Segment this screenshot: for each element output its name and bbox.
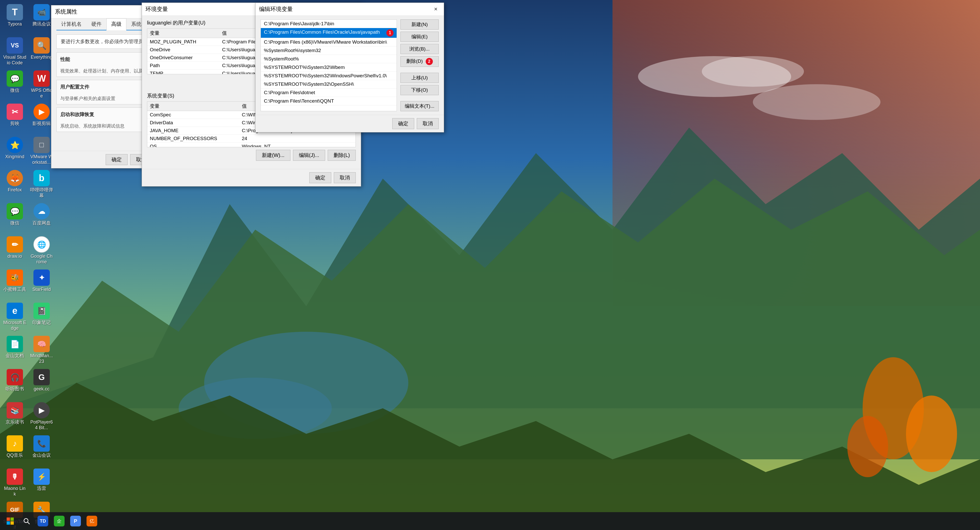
editenv-browse-button[interactable]: 浏览(B)...	[401, 44, 439, 54]
editenv-down-button[interactable]: 下移(O)	[401, 85, 439, 95]
svg-rect-17	[11, 521, 14, 525]
sys-var-row[interactable]: NUMBER_OF_PROCESSORS24	[147, 135, 355, 143]
perf-title: 性能	[60, 56, 70, 63]
svg-point-9	[847, 416, 888, 477]
desktop-icons: T Typora 📹 腾讯会议 VS Visual Studio Code 🔍 …	[0, 0, 58, 530]
envvar-title: 环境变量	[145, 5, 168, 13]
desktop-icon-tencent-meeting[interactable]: 📹 腾讯会议	[29, 2, 54, 35]
desktop-icon-listen-book[interactable]: 🎧 听听图书	[2, 367, 27, 400]
desktop-icon-weixin2[interactable]: 💬 微信	[2, 201, 27, 234]
desktop-icon-jingdong[interactable]: 📚 京乐读书	[2, 400, 27, 433]
editenv-list-item[interactable]: %SYSTEMROOT%\System32\WindowsPowerShell\…	[261, 72, 396, 80]
editenv-edit-text-button[interactable]: 编辑文本(T)...	[401, 101, 439, 111]
editenv-list-area: C:\Program Files\Java\jdk-17\binC:\Progr…	[261, 19, 439, 111]
desktop-icon-geek[interactable]: G geek.cc	[29, 367, 54, 400]
desktop-icon-bilibili[interactable]: b 哔哩哔哩弹幕	[29, 168, 54, 201]
editenv-action-buttons: 新建(N) 编辑(E) 浏览(B)... 删除(D) 2 上移(U) 下移(O)…	[401, 19, 439, 111]
desktop-icon-qq-music[interactable]: ♪ QQ音乐	[2, 433, 27, 466]
desktop-icon-mindmanager[interactable]: 🧠 MindMan...23	[29, 334, 54, 367]
startup-desc: 系统启动、系统故障和调试信息	[60, 124, 124, 129]
desktop-icon-drawio[interactable]: ✏ draw.io	[2, 234, 27, 267]
editenv-list-item[interactable]: C:\Program Files (x86)\VMware\VMware Wor…	[261, 38, 396, 46]
editenv-list-item[interactable]: C:\Program Files\Tencent\QQNT	[261, 97, 396, 105]
sysprop-title: 系统属性	[55, 8, 77, 16]
svg-line-19	[27, 522, 30, 524]
envvar-cancel-button[interactable]: 取消	[334, 172, 356, 183]
svg-point-8	[906, 396, 957, 472]
desktop-icon-baidu[interactable]: ☁ 百度网盘	[29, 201, 54, 234]
desktop-icon-yingshi[interactable]: ▶ 影视剪辑	[29, 102, 54, 135]
sys-vars-delete-button[interactable]: 删除(L)	[328, 150, 356, 161]
delete-badge: 2	[426, 58, 433, 65]
svg-point-18	[24, 519, 28, 523]
editenv-delete-button[interactable]: 删除(D) 2	[401, 56, 439, 67]
editenv-list: C:\Program Files\Java\jdk-17\binC:\Progr…	[261, 20, 396, 105]
editenv-list-item[interactable]: %SystemRoot%\system32	[261, 46, 396, 55]
user-vars-col-name: 变量	[147, 29, 220, 38]
desktop-icon-xiaomifeng[interactable]: 🐝 小蜜蜂工具	[2, 267, 27, 301]
taskbar-todesk[interactable]: TD	[35, 513, 51, 529]
desktop-icon-potplayer[interactable]: ▶ PotPlayer64 Bit...	[29, 400, 54, 433]
desktop-icon-maono[interactable]: 🎙 Maono Link	[2, 466, 27, 500]
editenv-titlebar: 编辑环境变量 ✕	[256, 3, 444, 16]
desktop-icon-xingmind[interactable]: ⭐ Xingmind	[2, 135, 27, 168]
desktop-icon-starfield[interactable]: ✦ StarField	[29, 267, 54, 301]
tab-advanced[interactable]: 高级	[107, 18, 126, 30]
desktop-icon-wps[interactable]: W WPS Office	[29, 68, 54, 102]
editenv-up-button[interactable]: 上移(U)	[401, 73, 439, 83]
sys-vars-new-button[interactable]: 新建(W)...	[256, 150, 290, 161]
taskbar-pixpin[interactable]: P	[68, 513, 83, 529]
editenv-close-button[interactable]: ✕	[431, 5, 440, 13]
sys-vars-buttons: 新建(W)... 编辑(J)... 删除(L)	[147, 150, 356, 161]
desktop-icon-firefox[interactable]: 🦊 Firefox	[2, 168, 27, 201]
svg-rect-14	[6, 517, 10, 521]
taskbar-search[interactable]	[19, 513, 34, 529]
desktop-icon-edge[interactable]: e Microsoft Edge	[2, 301, 27, 334]
editenv-list-item[interactable]: C:\Program Files\Common Files\Oracle\Jav…	[261, 28, 396, 38]
tab-computername[interactable]: 计算机名	[56, 18, 86, 30]
taskbar-yiyiyuan[interactable]: 亿	[84, 513, 100, 529]
taskbar-start[interactable]	[3, 513, 18, 529]
sys-vars-col-name: 变量	[147, 102, 239, 111]
desktop-icon-vscode[interactable]: VS Visual Studio Code	[2, 35, 27, 68]
desktop-icon-jinshan-meeting[interactable]: 📞 金山会议	[29, 433, 54, 466]
editenv-list-item[interactable]: %SystemRoot%	[261, 55, 396, 63]
desktop-icon-jianying[interactable]: ✂ 剪映	[2, 102, 27, 135]
desktop-icon-wechat[interactable]: 💬 微信	[2, 68, 27, 102]
svg-point-11	[702, 56, 804, 87]
profile-title: 用户配置文件	[60, 84, 89, 90]
editenv-list-item[interactable]: %SYSTEMROOT%\System32\Wbem	[261, 63, 396, 72]
editenv-list-item[interactable]: C:\Program Files\dotnet	[261, 89, 396, 97]
desktop-icon-typora[interactable]: T Typora	[2, 2, 27, 35]
desktop-icon-jinshan-doc[interactable]: 📄 金山文档	[2, 334, 27, 367]
editenv-ok-button[interactable]: 确定	[392, 118, 414, 129]
editenv-list-item[interactable]: C:\Program Files\Java\jdk-17\bin	[261, 20, 396, 28]
editenv-title: 编辑环境变量	[259, 5, 293, 13]
desktop-icon-inote[interactable]: 📓 印象笔记	[29, 301, 54, 334]
editenv-dialog: 编辑环境变量 ✕ C:\Program Files\Java\jdk-17\bi…	[255, 3, 444, 132]
editenv-edit-button[interactable]: 编辑(E)	[401, 32, 439, 42]
editenv-titlebar-buttons: ✕	[431, 5, 440, 13]
editenv-new-button[interactable]: 新建(N)	[401, 19, 439, 30]
desktop-icon-everything[interactable]: 🔍 Everything	[29, 35, 54, 68]
desktop-icon-xunlei[interactable]: ⚡ 迅雷	[29, 466, 54, 500]
svg-rect-15	[11, 517, 14, 521]
sys-var-row[interactable]: OSWindows_NT	[147, 143, 355, 148]
tab-hardware[interactable]: 硬件	[86, 18, 107, 30]
sysprop-ok-button[interactable]: 确定	[106, 154, 127, 165]
envvar-footer: 确定 取消	[142, 169, 361, 186]
taskbar: TD 企 P 亿	[0, 512, 980, 530]
editenv-footer: 确定 取消	[256, 115, 444, 132]
editenv-list-item[interactable]: %SYSTEMROOT%\System32\OpenSSH\	[261, 80, 396, 89]
envvar-ok-button[interactable]: 确定	[309, 172, 331, 183]
svg-point-12	[753, 84, 880, 120]
profile-desc: 与登录帐户相关的桌面设置	[60, 96, 115, 101]
taskbar-qywx[interactable]: 企	[52, 513, 67, 529]
editenv-cancel-button[interactable]: 取消	[417, 118, 439, 129]
desktop-icon-vmware[interactable]: □ VMware Workstati...	[29, 135, 54, 168]
startup-title: 启动和故障恢复	[60, 111, 94, 118]
editenv-list-container: C:\Program Files\Java\jdk-17\binC:\Progr…	[261, 19, 397, 111]
svg-rect-16	[6, 521, 10, 525]
desktop-icon-chrome[interactable]: 🌐 Google Chrome	[29, 234, 54, 267]
sys-vars-edit-button[interactable]: 编辑(J)...	[293, 150, 325, 161]
